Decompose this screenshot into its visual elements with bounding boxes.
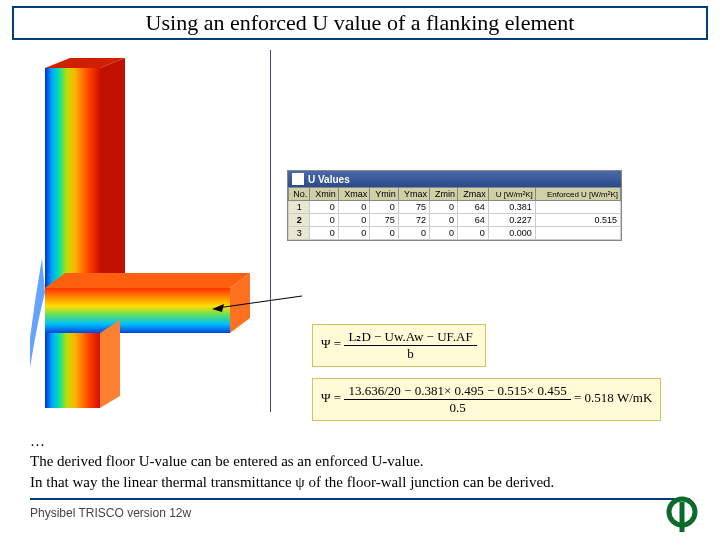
formula-symbolic: Ψ = L₂D − Uw.Aw − UF.AF b bbox=[312, 324, 486, 367]
window-icon bbox=[292, 173, 304, 185]
svg-marker-6 bbox=[45, 333, 100, 408]
content-area: U Values No. Xmin Xmax Ymin Ymax Zmin Zm… bbox=[12, 40, 708, 420]
col-ymin: Ymin bbox=[370, 188, 399, 201]
col-xmax: Xmax bbox=[338, 188, 369, 201]
version-text: Physibel TRISCO version 12w bbox=[30, 506, 191, 520]
divider-line bbox=[270, 50, 271, 412]
slide-title: Using an enforced U value of a flanking … bbox=[14, 8, 706, 38]
footer-rule bbox=[30, 498, 690, 500]
thermal-render bbox=[30, 58, 250, 410]
physibel-logo-icon bbox=[662, 494, 702, 534]
svg-marker-0 bbox=[45, 68, 100, 288]
formula-numeric: Ψ = 13.636/20 − 0.381× 0.495 − 0.515× 0.… bbox=[312, 378, 661, 421]
svg-marker-7 bbox=[100, 320, 120, 408]
uvalues-titlebar: U Values bbox=[288, 171, 621, 187]
body-text: … The derived floor U-value can be enter… bbox=[30, 431, 554, 492]
col-zmin: Zmin bbox=[430, 188, 458, 201]
table-row: 2 0 0 75 72 0 64 0.227 0.515 bbox=[289, 214, 621, 227]
col-no: No. bbox=[289, 188, 310, 201]
svg-marker-3 bbox=[45, 273, 250, 288]
col-ymax: Ymax bbox=[398, 188, 429, 201]
svg-marker-9 bbox=[212, 304, 224, 312]
col-xmin: Xmin bbox=[310, 188, 339, 201]
table-row: 1 0 0 0 75 0 64 0.381 bbox=[289, 201, 621, 214]
slide: Using an enforced U value of a flanking … bbox=[0, 6, 720, 540]
uvalues-title: U Values bbox=[308, 174, 350, 185]
title-bar: Using an enforced U value of a flanking … bbox=[12, 6, 708, 40]
col-u: U [W/m²K] bbox=[488, 188, 535, 201]
col-zmax: Zmax bbox=[458, 188, 489, 201]
svg-marker-4 bbox=[45, 288, 230, 333]
svg-marker-1 bbox=[100, 58, 125, 288]
table-row: 3 0 0 0 0 0 0 0.000 bbox=[289, 227, 621, 240]
svg-line-8 bbox=[217, 296, 302, 308]
uvalues-table: No. Xmin Xmax Ymin Ymax Zmin Zmax U [W/m… bbox=[288, 187, 621, 240]
table-header-row: No. Xmin Xmax Ymin Ymax Zmin Zmax U [W/m… bbox=[289, 188, 621, 201]
arrow-icon bbox=[212, 294, 302, 314]
uvalues-window: U Values No. Xmin Xmax Ymin Ymax Zmin Zm… bbox=[287, 170, 622, 241]
col-eu: Enforced U [W/m²K] bbox=[535, 188, 620, 201]
